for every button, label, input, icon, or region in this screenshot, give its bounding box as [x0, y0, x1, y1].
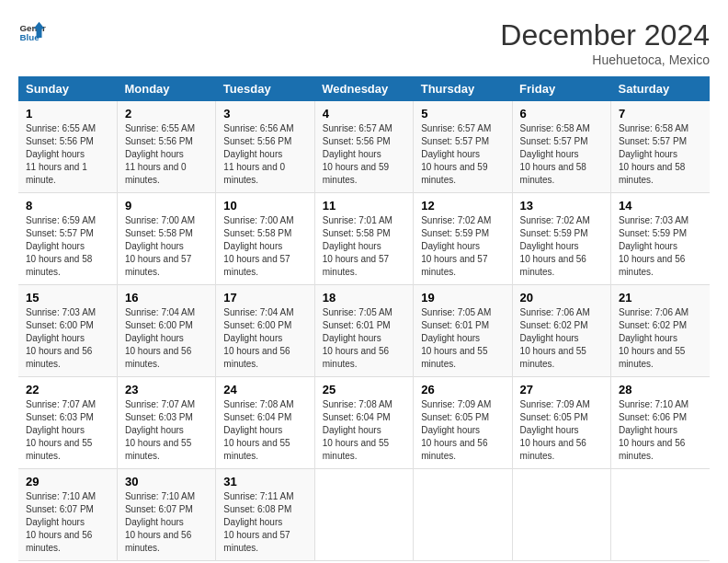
- day-number: 28: [619, 383, 702, 396]
- header-saturday: Saturday: [611, 76, 710, 101]
- day-info: Sunrise: 7:04 AM Sunset: 6:00 PM Dayligh…: [223, 306, 306, 371]
- table-row: 24 Sunrise: 7:08 AM Sunset: 6:04 PM Dayl…: [216, 377, 314, 469]
- day-info: Sunrise: 7:07 AM Sunset: 6:03 PM Dayligh…: [125, 398, 208, 463]
- logo-icon: General Blue: [18, 18, 46, 46]
- day-info: Sunrise: 6:55 AM Sunset: 5:56 PM Dayligh…: [26, 122, 109, 187]
- day-number: 19: [421, 291, 504, 304]
- day-number: 10: [223, 199, 306, 213]
- day-info: Sunrise: 7:05 AM Sunset: 6:01 PM Dayligh…: [421, 306, 504, 371]
- day-info: Sunrise: 6:57 AM Sunset: 5:57 PM Dayligh…: [421, 122, 504, 187]
- table-row: [512, 469, 610, 561]
- day-info: Sunrise: 7:00 AM Sunset: 5:58 PM Dayligh…: [125, 214, 208, 279]
- table-row: 25 Sunrise: 7:08 AM Sunset: 6:04 PM Dayl…: [314, 377, 413, 469]
- day-info: Sunrise: 7:10 AM Sunset: 6:07 PM Dayligh…: [26, 490, 109, 555]
- calendar-week-row: 22 Sunrise: 7:07 AM Sunset: 6:03 PM Dayl…: [18, 377, 710, 469]
- day-number: 12: [421, 199, 504, 213]
- day-number: 17: [223, 291, 306, 304]
- table-row: 31 Sunrise: 7:11 AM Sunset: 6:08 PM Dayl…: [216, 469, 314, 561]
- day-number: 11: [323, 199, 405, 213]
- day-number: 15: [26, 291, 109, 304]
- table-row: 22 Sunrise: 7:07 AM Sunset: 6:03 PM Dayl…: [18, 377, 117, 469]
- day-number: 27: [520, 383, 603, 396]
- table-row: 7 Sunrise: 6:58 AM Sunset: 5:57 PM Dayli…: [611, 101, 710, 193]
- day-number: 29: [26, 475, 109, 488]
- day-number: 22: [26, 383, 109, 396]
- day-info: Sunrise: 6:57 AM Sunset: 5:56 PM Dayligh…: [323, 122, 405, 187]
- table-row: 6 Sunrise: 6:58 AM Sunset: 5:57 PM Dayli…: [512, 101, 610, 193]
- table-row: 15 Sunrise: 7:03 AM Sunset: 6:00 PM Dayl…: [18, 285, 117, 377]
- day-info: Sunrise: 6:55 AM Sunset: 5:56 PM Dayligh…: [125, 122, 208, 187]
- day-number: 25: [323, 383, 405, 396]
- page-header: General Blue December 2024 Huehuetoca, M…: [18, 18, 710, 67]
- day-info: Sunrise: 7:11 AM Sunset: 6:08 PM Dayligh…: [223, 490, 306, 555]
- day-info: Sunrise: 7:02 AM Sunset: 5:59 PM Dayligh…: [421, 214, 504, 279]
- day-info: Sunrise: 7:01 AM Sunset: 5:58 PM Dayligh…: [323, 214, 405, 279]
- table-row: 2 Sunrise: 6:55 AM Sunset: 5:56 PM Dayli…: [117, 101, 215, 193]
- table-row: 9 Sunrise: 7:00 AM Sunset: 5:58 PM Dayli…: [117, 193, 215, 285]
- day-info: Sunrise: 7:06 AM Sunset: 6:02 PM Dayligh…: [520, 306, 603, 371]
- day-number: 14: [619, 199, 702, 213]
- day-number: 8: [26, 199, 109, 213]
- table-row: 21 Sunrise: 7:06 AM Sunset: 6:02 PM Dayl…: [611, 285, 710, 377]
- table-row: 27 Sunrise: 7:09 AM Sunset: 6:05 PM Dayl…: [512, 377, 610, 469]
- calendar-table: Sunday Monday Tuesday Wednesday Thursday…: [18, 76, 710, 561]
- table-row: 19 Sunrise: 7:05 AM Sunset: 6:01 PM Dayl…: [414, 285, 512, 377]
- header-wednesday: Wednesday: [314, 76, 413, 101]
- table-row: [414, 469, 512, 561]
- table-row: 5 Sunrise: 6:57 AM Sunset: 5:57 PM Dayli…: [414, 101, 512, 193]
- day-number: 2: [125, 107, 208, 121]
- day-number: 7: [619, 107, 702, 121]
- table-row: 8 Sunrise: 6:59 AM Sunset: 5:57 PM Dayli…: [18, 193, 117, 285]
- day-number: 13: [520, 199, 603, 213]
- table-row: 17 Sunrise: 7:04 AM Sunset: 6:00 PM Dayl…: [216, 285, 314, 377]
- table-row: 20 Sunrise: 7:06 AM Sunset: 6:02 PM Dayl…: [512, 285, 610, 377]
- header-tuesday: Tuesday: [216, 76, 314, 101]
- table-row: 11 Sunrise: 7:01 AM Sunset: 5:58 PM Dayl…: [314, 193, 413, 285]
- table-row: 14 Sunrise: 7:03 AM Sunset: 5:59 PM Dayl…: [611, 193, 710, 285]
- day-number: 30: [125, 475, 208, 488]
- table-row: [611, 469, 710, 561]
- day-info: Sunrise: 6:58 AM Sunset: 5:57 PM Dayligh…: [619, 122, 702, 187]
- header-sunday: Sunday: [18, 76, 117, 101]
- table-row: 13 Sunrise: 7:02 AM Sunset: 5:59 PM Dayl…: [512, 193, 610, 285]
- table-row: 12 Sunrise: 7:02 AM Sunset: 5:59 PM Dayl…: [414, 193, 512, 285]
- header-friday: Friday: [512, 76, 610, 101]
- table-row: 3 Sunrise: 6:56 AM Sunset: 5:56 PM Dayli…: [216, 101, 314, 193]
- table-row: [314, 469, 413, 561]
- day-info: Sunrise: 7:03 AM Sunset: 6:00 PM Dayligh…: [26, 306, 109, 371]
- table-row: 23 Sunrise: 7:07 AM Sunset: 6:03 PM Dayl…: [117, 377, 215, 469]
- day-number: 20: [520, 291, 603, 304]
- day-number: 23: [125, 383, 208, 396]
- day-number: 26: [421, 383, 504, 396]
- day-info: Sunrise: 7:02 AM Sunset: 5:59 PM Dayligh…: [520, 214, 603, 279]
- table-row: 26 Sunrise: 7:09 AM Sunset: 6:05 PM Dayl…: [414, 377, 512, 469]
- table-row: 28 Sunrise: 7:10 AM Sunset: 6:06 PM Dayl…: [611, 377, 710, 469]
- day-number: 9: [125, 199, 208, 213]
- day-info: Sunrise: 7:08 AM Sunset: 6:04 PM Dayligh…: [223, 398, 306, 463]
- day-info: Sunrise: 7:07 AM Sunset: 6:03 PM Dayligh…: [26, 398, 109, 463]
- month-title: December 2024: [500, 18, 710, 52]
- calendar-week-row: 15 Sunrise: 7:03 AM Sunset: 6:00 PM Dayl…: [18, 285, 710, 377]
- day-number: 21: [619, 291, 702, 304]
- day-info: Sunrise: 6:56 AM Sunset: 5:56 PM Dayligh…: [223, 122, 306, 187]
- day-info: Sunrise: 7:05 AM Sunset: 6:01 PM Dayligh…: [323, 306, 405, 371]
- day-info: Sunrise: 7:06 AM Sunset: 6:02 PM Dayligh…: [619, 306, 702, 371]
- day-number: 5: [421, 107, 504, 121]
- day-number: 4: [323, 107, 405, 121]
- table-row: 16 Sunrise: 7:04 AM Sunset: 6:00 PM Dayl…: [117, 285, 215, 377]
- day-info: Sunrise: 7:04 AM Sunset: 6:00 PM Dayligh…: [125, 306, 208, 371]
- calendar-week-row: 1 Sunrise: 6:55 AM Sunset: 5:56 PM Dayli…: [18, 101, 710, 193]
- day-number: 24: [223, 383, 306, 396]
- day-info: Sunrise: 6:59 AM Sunset: 5:57 PM Dayligh…: [26, 214, 109, 279]
- location: Huehuetoca, Mexico: [500, 52, 710, 67]
- header-thursday: Thursday: [414, 76, 512, 101]
- day-number: 18: [323, 291, 405, 304]
- day-info: Sunrise: 7:09 AM Sunset: 6:05 PM Dayligh…: [421, 398, 504, 463]
- day-info: Sunrise: 6:58 AM Sunset: 5:57 PM Dayligh…: [520, 122, 603, 187]
- day-number: 1: [26, 107, 109, 121]
- calendar-week-row: 8 Sunrise: 6:59 AM Sunset: 5:57 PM Dayli…: [18, 193, 710, 285]
- day-number: 6: [520, 107, 603, 121]
- title-section: December 2024 Huehuetoca, Mexico: [500, 18, 710, 67]
- table-row: 10 Sunrise: 7:00 AM Sunset: 5:58 PM Dayl…: [216, 193, 314, 285]
- day-number: 31: [223, 475, 306, 488]
